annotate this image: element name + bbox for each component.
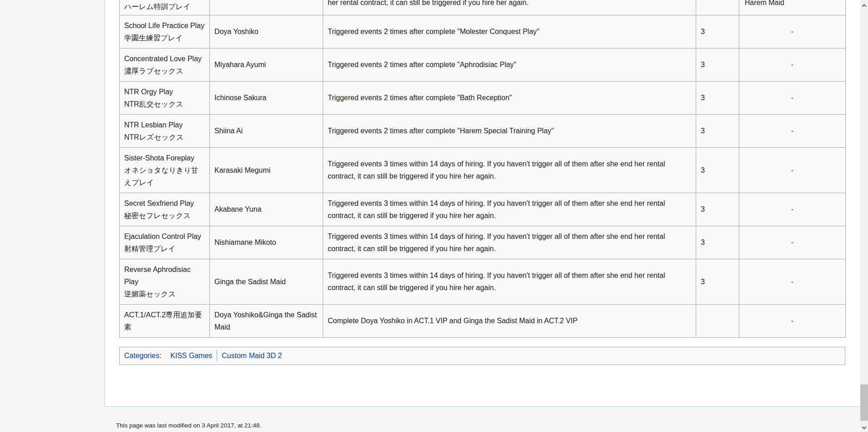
- condition-cell: Triggered events 3 times within 14 days …: [323, 193, 696, 226]
- play-name-jp: NTRレズセックス: [124, 131, 205, 143]
- play-name-jp: 学園生練習プレイ: [124, 32, 205, 44]
- play-name-jp: 濃厚ラブセックス: [124, 65, 205, 77]
- condition-cell: Triggered events 2 times after complete …: [323, 15, 696, 48]
- condition-cell: Triggered events 2 times after complete …: [323, 48, 696, 81]
- play-name-jp: 秘密セフレセックス: [124, 209, 205, 222]
- scrollbar-thumb[interactable]: [860, 384, 868, 421]
- note-cell: -: [739, 259, 846, 304]
- play-name-cell: Sister-Shota Foreplayオネショタなりきり甘えプレイ: [120, 147, 210, 193]
- scroll-down-button[interactable]: [860, 423, 868, 431]
- table-row: Reverse Aphrodisiac Play逆媚薬セックスGinga the…: [120, 259, 846, 304]
- categories-link[interactable]: Categories: [124, 352, 159, 359]
- scroll-up-button[interactable]: [860, 1, 868, 9]
- table-row: Ejaculation Control Play射精管理プレイNishiaman…: [120, 226, 846, 259]
- condition-cell: her rental contract, it can still be tri…: [323, 0, 696, 15]
- condition-cell: Triggered events 3 times within 14 days …: [323, 147, 696, 193]
- table-row: School Life Practice Play学園生練習プレイDoya Yo…: [120, 15, 846, 48]
- category-link[interactable]: KISS Games: [170, 352, 212, 359]
- play-name-en: NTR Orgy Play: [124, 88, 173, 96]
- count-cell: 3: [696, 114, 739, 147]
- character-cell: Akabane Yuna: [210, 193, 323, 226]
- character-cell: [210, 0, 323, 15]
- count-cell: 3: [696, 15, 739, 48]
- count-cell: 3: [696, 81, 739, 114]
- character-cell: Shiina Ai: [210, 114, 323, 147]
- character-cell: Doya Yoshiko&Ginga the Sadist Maid: [210, 304, 323, 337]
- play-name-cell: Secret Sexfriend Play秘密セフレセックス: [120, 193, 210, 226]
- note-cell: -: [739, 114, 846, 147]
- play-name-jp: オネショタなりきり甘えプレイ: [124, 164, 205, 189]
- condition-cell: Triggered events 3 times within 14 days …: [323, 226, 696, 259]
- count-cell: 3: [696, 147, 739, 193]
- note-cell: -: [739, 304, 846, 337]
- page-background: ハーレム特訓プレイ her rental contract, it can st…: [0, 0, 868, 432]
- condition-cell: Triggered events 2 times after complete …: [323, 81, 696, 114]
- count-cell: [696, 0, 739, 15]
- count-cell: 3: [696, 48, 739, 81]
- condition-text: her rental contract, it can still be tri…: [323, 0, 696, 9]
- play-name-cell: ハーレム特訓プレイ: [120, 0, 210, 15]
- count-cell: 3: [696, 259, 739, 304]
- vertical-scrollbar[interactable]: [860, 0, 868, 432]
- character-cell: Nishiamane Mikoto: [210, 226, 323, 259]
- count-cell: [696, 304, 739, 337]
- category-item: KISS Games: [166, 350, 217, 362]
- note-cell: Harem Maid: [739, 0, 846, 15]
- categories-list: KISS GamesCustom Maid 3D 2: [166, 352, 286, 359]
- category-item: Custom Maid 3D 2: [217, 350, 286, 362]
- character-cell: Doya Yoshiko: [210, 15, 323, 48]
- condition-cell: Complete Doya Yoshiko in ACT.1 VIP and G…: [323, 304, 696, 337]
- chevron-up-icon: [862, 1, 867, 9]
- note-cell: -: [739, 193, 846, 226]
- chevron-down-icon: [862, 423, 867, 432]
- categories-colon: :: [159, 352, 161, 359]
- table-row: Secret Sexfriend Play秘密セフレセックスAkabane Yu…: [120, 193, 846, 226]
- condition-cell: Triggered events 3 times within 14 days …: [323, 259, 696, 304]
- play-name-jp: NTR乱交セックス: [124, 98, 205, 110]
- play-name-cell: School Life Practice Play学園生練習プレイ: [120, 15, 210, 48]
- table-row: NTR Lesbian PlayNTRレズセックスShiina AiTrigge…: [120, 114, 846, 147]
- table-row: ACT.1/ACT.2専用追加要素Doya Yoshiko&Ginga the …: [120, 304, 846, 337]
- play-name-jp: ハーレム特訓プレイ: [120, 0, 209, 13]
- play-name-en: NTR Lesbian Play: [124, 121, 183, 129]
- content-area: ハーレム特訓プレイ her rental contract, it can st…: [104, 0, 860, 407]
- play-name-cell: Reverse Aphrodisiac Play逆媚薬セックス: [120, 259, 210, 304]
- play-name-cell: NTR Lesbian PlayNTRレズセックス: [120, 114, 210, 147]
- table-row: NTR Orgy PlayNTR乱交セックスIchinose SakuraTri…: [120, 81, 846, 114]
- play-name-en: Reverse Aphrodisiac Play: [124, 266, 191, 286]
- note-text: Harem Maid: [739, 0, 845, 9]
- play-name-en: ACT.1/ACT.2専用追加要素: [124, 311, 202, 331]
- play-name-en: Secret Sexfriend Play: [124, 199, 194, 207]
- count-cell: 3: [696, 226, 739, 259]
- categories-box: Categories:KISS GamesCustom Maid 3D 2: [119, 347, 845, 365]
- note-cell: -: [739, 15, 846, 48]
- condition-cell: Triggered events 2 times after complete …: [323, 114, 696, 147]
- play-name-cell: Ejaculation Control Play射精管理プレイ: [120, 226, 210, 259]
- note-cell: -: [739, 48, 846, 81]
- character-cell: Miyahara Ayumi: [210, 48, 323, 81]
- count-cell: 3: [696, 193, 739, 226]
- play-name-jp: 射精管理プレイ: [124, 243, 205, 255]
- play-table-body: ハーレム特訓プレイ her rental contract, it can st…: [120, 0, 846, 337]
- note-cell: -: [739, 147, 846, 193]
- character-cell: Ginga the Sadist Maid: [210, 259, 323, 304]
- play-name-en: Concentrated Love Play: [124, 55, 202, 63]
- note-cell: -: [739, 226, 846, 259]
- play-name-en: School Life Practice Play: [124, 22, 204, 29]
- note-cell: -: [739, 81, 846, 114]
- character-cell: Karasaki Megumi: [210, 147, 323, 193]
- table-row-partial: ハーレム特訓プレイ her rental contract, it can st…: [120, 0, 846, 15]
- category-link[interactable]: Custom Maid 3D 2: [222, 352, 282, 359]
- play-name-cell: NTR Orgy PlayNTR乱交セックス: [120, 81, 210, 114]
- play-name-cell: Concentrated Love Play濃厚ラブセックス: [120, 48, 210, 81]
- play-name-en: Sister-Shota Foreplay: [124, 154, 194, 162]
- last-modified-note: This page was last modified on 3 April 2…: [116, 422, 261, 429]
- character-cell: Ichinose Sakura: [210, 81, 323, 114]
- play-table: ハーレム特訓プレイ her rental contract, it can st…: [119, 0, 846, 338]
- play-name-en: Ejaculation Control Play: [124, 233, 201, 240]
- play-name-cell: ACT.1/ACT.2専用追加要素: [120, 304, 210, 337]
- play-name-jp: 逆媚薬セックス: [124, 288, 205, 300]
- table-row: Sister-Shota Foreplayオネショタなりきり甘えプレイKaras…: [120, 147, 846, 193]
- table-row: Concentrated Love Play濃厚ラブセックスMiyahara A…: [120, 48, 846, 81]
